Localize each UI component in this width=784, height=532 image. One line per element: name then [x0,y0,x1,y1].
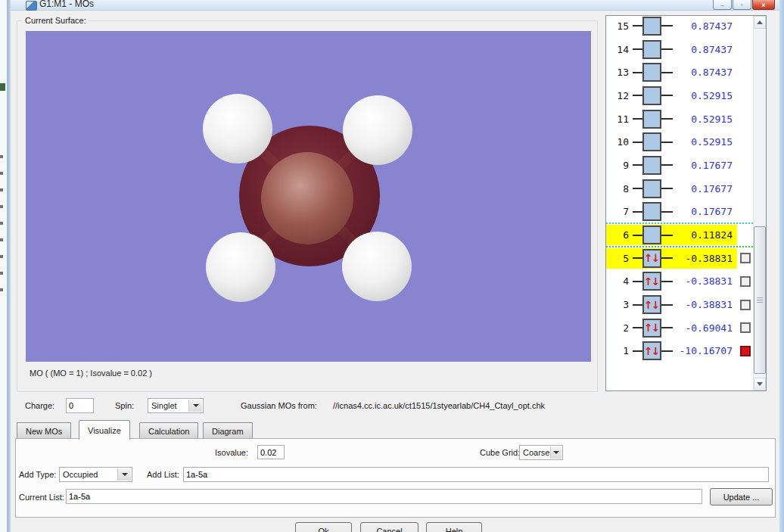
mo-level-number: 2 [608,322,629,334]
mo-level-row[interactable]: 4↑↓-0.38831 [606,270,753,294]
tab-diagram[interactable]: Diagram [203,422,253,439]
isovalue-label: Isovalue: [215,448,248,457]
energy-line [633,25,642,26]
spin-dropdown-button[interactable] [188,400,202,412]
mo-level-row[interactable]: 120.52915 [606,84,753,107]
current-list-label: Current List: [19,493,64,502]
mo-display-checkbox[interactable] [740,346,751,356]
current-list-input[interactable] [66,489,702,504]
mo-energy-value: 0.17677 [673,206,737,217]
tab-calculation[interactable]: Calculation [139,422,198,439]
energy-line [661,257,673,259]
cancel-button[interactable]: Cancel [360,522,418,532]
energy-line [633,188,642,189]
mo-level-row[interactable]: 90.17677 [606,154,753,177]
molecule-viewport[interactable] [26,31,591,362]
energy-line [633,304,642,306]
orbital-box[interactable] [642,40,661,59]
mo-level-row[interactable]: 150.87437 [606,14,753,38]
scrollbar-thumb[interactable] [754,226,766,374]
close-button[interactable]: × [752,0,775,10]
energy-line [661,235,673,236]
tab-visualize[interactable]: Visualize [79,420,130,440]
orbital-box[interactable] [642,17,661,36]
mo-energy-value: -0.69041 [673,322,737,334]
mo-checkbox-slot [737,253,753,263]
orbital-box[interactable] [642,202,661,221]
mo-level-main: 5↑↓-0.38831 [606,248,737,269]
mo-level-main: 60.11824 [606,225,737,245]
energy-line [633,142,642,143]
add-type-select[interactable]: Occupied [59,467,132,482]
mo-display-checkbox[interactable] [740,276,751,287]
mo-energy-value: 0.52915 [673,90,737,101]
minimize-button[interactable]: – [713,0,732,10]
chevron-down-icon [122,473,128,476]
orbital-box[interactable] [642,156,661,175]
mo-level-number: 8 [608,183,629,194]
orbital-box[interactable] [642,86,661,105]
mo-level-row[interactable]: 140.87437 [606,38,753,61]
help-button[interactable]: Help [426,522,482,532]
mo-display-checkbox[interactable] [740,322,751,333]
title-bar[interactable]: G1:M1 - MOs [11,0,779,11]
current-surface-groupbox: Current Surface: MO ( (MO = 1) ; Isovalu… [17,20,598,392]
spin-select[interactable]: Singlet [148,398,204,413]
energy-line [633,211,642,213]
mo-level-row[interactable]: 130.87437 [606,61,753,84]
scroll-down-button[interactable] [754,378,766,390]
mo-display-checkbox[interactable] [740,300,751,310]
mo-level-row[interactable]: 3↑↓-0.38831 [606,293,753,316]
mo-level-row[interactable]: 100.52915 [606,130,753,154]
mo-level-number: 4 [608,275,629,287]
mo-level-number: 9 [608,160,629,171]
mo-level-number: 3 [608,299,629,310]
orbital-box[interactable]: ↑↓ [642,341,661,360]
add-type-dropdown-button[interactable] [117,468,131,481]
mo-display-checkbox[interactable] [740,253,751,263]
mo-energy-value: 0.87437 [673,44,737,55]
mo-scrollbar[interactable] [753,16,766,390]
mo-level-number: 14 [608,44,629,55]
cube-grid-dropdown-button[interactable] [550,446,562,459]
orbital-box[interactable]: ↑↓ [642,319,661,338]
orbital-box[interactable] [642,63,661,82]
mo-energy-value: 0.52915 [673,136,737,148]
orbital-box[interactable] [642,179,661,198]
ok-button[interactable]: Ok [295,522,352,532]
tab-new-mos[interactable]: New MOs [17,422,71,439]
scroll-up-button[interactable] [754,16,766,29]
mo-level-row[interactable]: 2↑↓-0.69041 [606,316,753,340]
mo-level-row[interactable]: 5↑↓-0.38831 [606,247,753,270]
update-button[interactable]: Update ... [710,488,773,506]
orbital-box[interactable] [642,132,661,151]
source-path: //icnas4.cc.ic.ac.uk/ct1515/1styearlab/C… [333,401,545,410]
app-icon [26,1,37,11]
orbital-box[interactable] [642,110,661,129]
window-title: G1:M1 - MOs [39,0,94,9]
minimize-icon: – [720,2,723,9]
orbital-box[interactable]: ↑↓ [642,295,661,314]
mo-level-number: 1 [608,345,629,356]
energy-line [633,72,642,73]
add-list-input[interactable] [183,467,769,482]
orbital-box[interactable]: ↑↓ [642,272,661,291]
energy-line [661,350,673,352]
mo-level-row[interactable]: 70.17677 [606,201,753,224]
carbon-atom [261,152,353,244]
mo-level-row[interactable]: 60.11824 [606,223,753,247]
mo-level-row[interactable]: 110.52915 [606,107,753,131]
mo-level-row[interactable]: 1↑↓-10.16707 [606,340,753,363]
mo-energy-panel: 150.87437140.87437130.87437120.52915110.… [605,15,767,391]
mo-level-row[interactable]: 80.17677 [606,177,753,201]
isovalue-input[interactable] [257,445,285,459]
mo-level-main: 120.52915 [606,86,737,106]
background-artifact [0,83,5,91]
mo-energy-value: 0.87437 [673,20,737,32]
orbital-box[interactable] [642,226,661,244]
cube-grid-select[interactable]: Coarse [519,445,563,460]
orbital-box[interactable]: ↑↓ [642,249,661,268]
maximize-button[interactable]: ▫ [733,0,751,10]
charge-input[interactable] [66,398,94,413]
energy-line [633,164,642,166]
